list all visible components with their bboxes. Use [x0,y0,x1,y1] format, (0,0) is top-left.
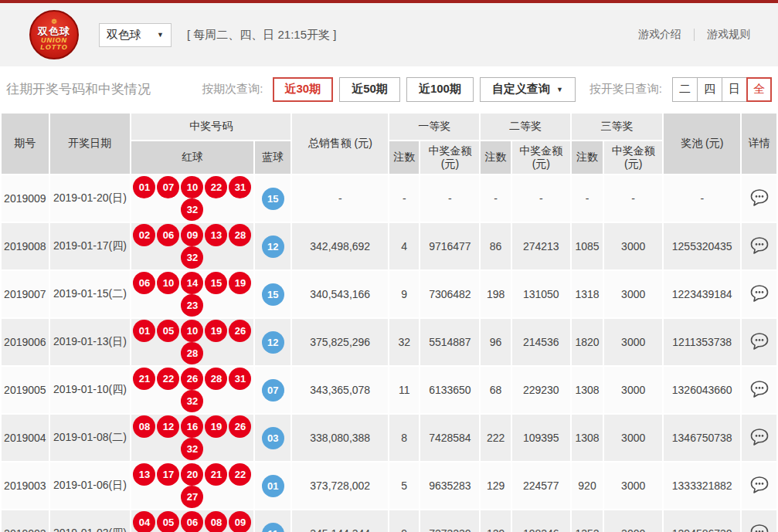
col-header-red: 红球 [131,141,253,174]
red-ball: 32 [181,246,203,269]
period-filter-button[interactable]: 近50期 [339,77,400,102]
period-cell: 2019008 [2,223,49,269]
red-ball: 05 [157,320,179,342]
period-cell: 2019002 [2,510,49,532]
page-header: ❁ 双色球 UNION LOTTO 双色球 ▼ [ 每周二、四、日 21:15开… [0,3,778,66]
col-header-numbers: 中奖号码 [131,114,290,140]
red-ball: 28 [229,224,251,246]
red-ball: 22 [205,176,227,198]
period-filter-button[interactable]: 近30期 [273,77,334,102]
prize2-count-cell: 129 [481,463,510,509]
prize2-count-cell: 68 [481,367,510,413]
game-select-dropdown[interactable]: 双色球 ▼ [99,23,172,47]
pool-cell: 1346750738 [664,415,740,461]
red-ball: 26 [229,320,251,342]
prize1-amount-cell: - [420,175,479,222]
red-ball: 27 [181,486,203,508]
table-row: 2019002 2019-01-03(四) 040506080918 11 34… [2,510,776,532]
red-ball: 06 [157,224,179,246]
detail-comment-icon[interactable] [749,476,770,496]
prize3-count-cell: 1820 [572,319,603,365]
red-ball: 31 [229,368,251,390]
detail-comment-icon[interactable] [749,332,770,353]
prize3-amount-cell: 3000 [604,367,662,413]
red-ball: 21 [133,368,155,390]
day-filter-button[interactable]: 日 [722,77,747,102]
col-header-sales: 总销售额 (元) [292,114,388,174]
prize1-count-cell: 4 [389,223,419,269]
detail-comment-icon[interactable] [749,236,770,257]
prize3-amount-cell: 3000 [604,319,662,365]
red-ball: 16 [181,415,203,438]
date-cell: 2019-01-03(四) [50,510,130,532]
game-intro-link[interactable]: 游戏介绍 [638,28,681,42]
prize1-count-cell: 11 [389,367,419,413]
detail-cell [742,367,776,413]
draw-schedule-text: [ 每周二、四、日 21:15开奖 ] [187,28,336,42]
day-filter-button[interactable]: 二 [672,77,698,102]
day-filter-button[interactable]: 四 [697,77,722,102]
red-ball: 08 [133,415,155,438]
prize1-amount-cell: 9716477 [420,223,479,269]
prize3-count-cell: 1318 [572,271,603,317]
col-header-amount3: 中奖金额(元) [604,141,662,174]
prize2-count-cell: 198 [481,271,510,317]
col-header-blue: 蓝球 [255,141,291,174]
period-filter-button[interactable]: 自定义查询▼ [480,77,576,102]
game-rules-link[interactable]: 游戏规则 [707,28,750,42]
sales-cell: 340,543,166 [292,271,388,317]
prize1-count-cell: 32 [389,319,419,365]
query-controls: 按期次查询: 近30期近50期近100期自定义查询▼ 按开奖日查询: 二四日全 [202,77,772,102]
prize3-count-cell: 1352 [572,510,603,532]
table-row: 2019004 2019-01-08(二) 081216192632 03 33… [2,415,776,461]
detail-comment-icon[interactable] [749,284,770,305]
blue-ball-cell: 07 [255,367,291,413]
detail-comment-icon[interactable] [749,380,770,401]
red-ball: 05 [157,511,179,532]
red-ball: 17 [157,463,179,486]
red-balls-cell: 020609132832 [131,223,253,269]
red-balls-cell: 040506080918 [131,510,253,532]
detail-comment-icon[interactable] [749,188,770,209]
prize2-amount-cell: 274213 [512,223,570,269]
red-ball: 10 [181,176,203,198]
sales-cell: 375,825,296 [292,319,388,365]
day-filter-button[interactable]: 全 [746,77,772,102]
date-cell: 2019-01-13(日) [50,319,130,365]
detail-cell [742,223,776,269]
blue-ball: 15 [262,188,284,210]
red-ball: 04 [133,511,155,532]
red-ball: 08 [205,511,227,532]
red-ball: 10 [181,320,203,342]
detail-comment-icon[interactable] [749,428,770,449]
date-cell: 2019-01-17(四) [50,223,130,269]
prize2-amount-cell: - [512,175,570,222]
table-row: 2019003 2019-01-06(日) 131720212227 01 37… [2,463,776,509]
prize3-count-cell: 1085 [572,223,603,269]
blue-ball: 03 [262,427,284,449]
detail-cell [742,510,776,532]
sales-cell: 345,144,344 [292,510,388,532]
detail-comment-icon[interactable] [749,524,770,532]
prize1-amount-cell: 7273230 [420,510,479,532]
prize2-count-cell: - [481,175,510,222]
red-ball: 01 [133,320,155,342]
period-filter-group: 近30期近50期近100期自定义查询▼ [267,77,576,102]
col-header-prize3: 三等奖 [572,114,662,140]
date-cell: 2019-01-10(四) [50,367,130,413]
prize2-amount-cell: 109395 [512,415,570,461]
red-ball: 32 [181,390,203,412]
red-ball: 20 [181,463,203,486]
col-header-count2: 注数 [481,141,510,174]
blue-ball: 12 [262,331,284,354]
red-ball: 19 [229,272,251,294]
detail-cell [742,271,776,317]
red-ball: 09 [181,224,203,246]
pool-cell: - [664,175,740,222]
period-filter-button[interactable]: 近100期 [406,77,474,102]
blue-ball-cell: 11 [255,510,291,532]
blue-ball-cell: 01 [255,463,291,509]
date-cell: 2019-01-15(二) [50,271,130,317]
red-ball: 26 [229,415,251,438]
prize2-count-cell: 222 [481,415,510,461]
